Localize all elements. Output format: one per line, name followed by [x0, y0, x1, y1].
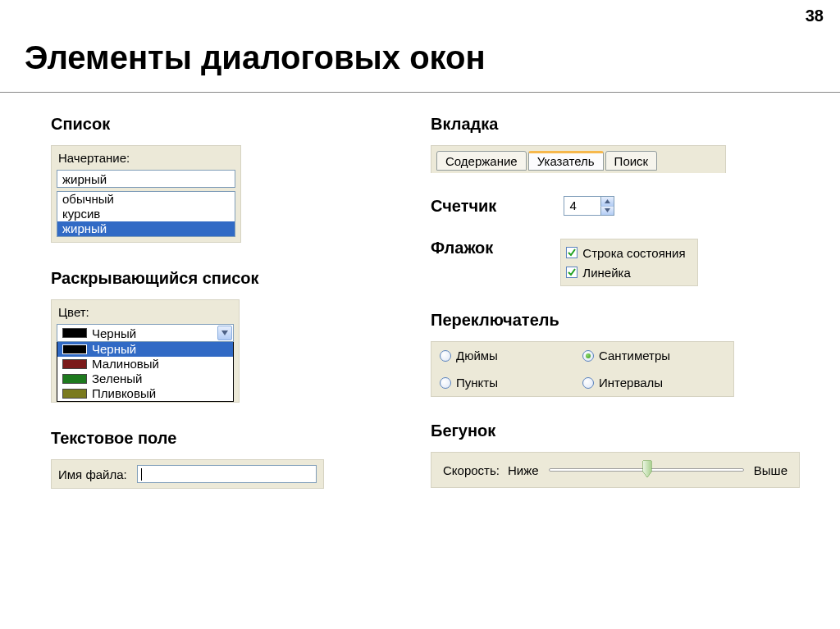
checkbox-label: Строка состояния: [582, 246, 685, 260]
slider-thumb-icon[interactable]: [642, 460, 652, 478]
color-swatch: [62, 374, 87, 384]
tabs-widget: Содержание Указатель Поиск: [431, 145, 726, 173]
page-number: 38: [806, 7, 824, 25]
spinner-down-icon[interactable]: [600, 207, 614, 216]
slider-max-label: Выше: [754, 463, 788, 477]
dropdown-caption: Цвет:: [58, 305, 232, 319]
color-swatch: [62, 389, 87, 399]
radio-label: Дюймы: [456, 349, 498, 362]
dropdown-item-label: Черный: [92, 342, 136, 357]
dropdown-list[interactable]: Черный Малиновый Зеленый Пливковый: [57, 342, 234, 402]
page-title: Элементы диалоговых окон: [25, 39, 486, 76]
dropdown-widget: Цвет: Черный Черный Малиновый Зеленый: [51, 299, 240, 403]
dropdown-item-label: Пливковый: [92, 386, 156, 401]
dropdown-item-selected[interactable]: Черный: [57, 342, 233, 357]
checkbox-checked-icon[interactable]: [566, 267, 578, 278]
listbox-items[interactable]: обычный курсив жирный: [57, 191, 235, 237]
textbox-field[interactable]: [137, 465, 317, 483]
radio-item[interactable]: Интервалы: [582, 376, 725, 390]
dropdown-field[interactable]: Черный: [57, 324, 234, 342]
radio-item[interactable]: Дюймы: [440, 349, 582, 362]
radio-item[interactable]: Сантиметры: [582, 349, 725, 362]
dropdown-selected-label: Черный: [92, 326, 217, 340]
dropdown-item[interactable]: Пливковый: [57, 386, 233, 401]
slider-track[interactable]: [549, 461, 744, 479]
checkbox-label: Линейка: [582, 266, 630, 280]
checkbox-item[interactable]: Строка состояния: [566, 243, 685, 262]
tab-item-active[interactable]: Указатель: [528, 151, 604, 171]
textbox-label: Имя файла:: [58, 467, 127, 481]
section-radio-label: Переключатель: [431, 311, 816, 330]
dropdown-item[interactable]: Малиновый: [57, 357, 233, 371]
section-tabs-label: Вкладка: [431, 115, 816, 134]
textbox-widget: Имя файла:: [51, 459, 324, 489]
spinner-up-icon[interactable]: [600, 197, 614, 207]
radio-unchecked-icon[interactable]: [440, 377, 451, 389]
checkbox-checked-icon[interactable]: [566, 247, 578, 258]
radio-label: Пункты: [456, 376, 498, 390]
section-slider-label: Бегунок: [431, 422, 816, 440]
dropdown-item[interactable]: Зеленый: [57, 371, 233, 386]
text-cursor: [141, 468, 142, 481]
radio-label: Интервалы: [599, 376, 663, 390]
listbox-item[interactable]: курсив: [57, 207, 235, 221]
color-swatch: [62, 359, 87, 369]
section-textbox-label: Текстовое поле: [51, 429, 363, 448]
radio-group: Дюймы Сантиметры Пункты Интервалы: [431, 341, 734, 397]
listbox-item[interactable]: обычный: [57, 192, 235, 207]
radio-item[interactable]: Пункты: [440, 376, 582, 390]
checkbox-group: Строка состояния Линейка: [560, 239, 697, 286]
radio-unchecked-icon[interactable]: [582, 377, 594, 389]
dropdown-item-label: Малиновый: [92, 357, 159, 371]
chevron-down-icon[interactable]: [217, 326, 232, 340]
section-checkbox-label: Флажок: [431, 239, 493, 258]
slider-widget: Скорость: Ниже: [431, 452, 800, 488]
tab-item[interactable]: Содержание: [436, 151, 527, 171]
listbox-item-selected[interactable]: жирный: [57, 221, 235, 236]
section-dropdown-label: Раскрывающийся список: [51, 269, 363, 288]
checkbox-item[interactable]: Линейка: [566, 262, 685, 282]
listbox-widget: Начертание: жирный обычный курсив жирный: [51, 145, 241, 243]
title-underline: [0, 92, 840, 93]
spinner-widget[interactable]: 4: [564, 196, 614, 216]
radio-label: Сантиметры: [599, 349, 670, 362]
dropdown-item-label: Зеленый: [92, 371, 142, 386]
listbox-textfield[interactable]: жирный: [57, 170, 235, 188]
listbox-caption: Начертание:: [58, 151, 234, 165]
radio-checked-icon[interactable]: [582, 350, 594, 362]
section-counter-label: Счетчик: [431, 197, 496, 216]
spinner-value[interactable]: 4: [564, 197, 600, 215]
color-swatch: [62, 328, 87, 338]
tab-item[interactable]: Поиск: [605, 151, 658, 171]
slider-caption: Скорость:: [443, 463, 500, 477]
section-listbox-label: Список: [51, 115, 363, 134]
slider-min-label: Ниже: [508, 463, 539, 477]
color-swatch: [62, 344, 87, 354]
radio-unchecked-icon[interactable]: [440, 350, 451, 362]
